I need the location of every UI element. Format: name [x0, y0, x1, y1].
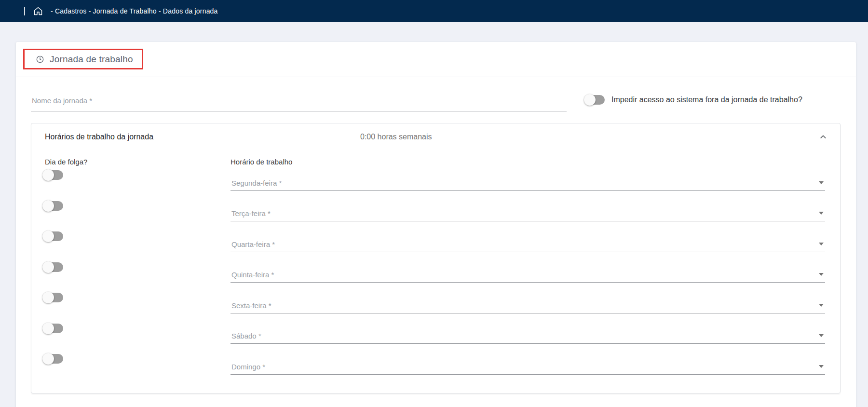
schedule-panel-header: Horários de trabalho da jornada 0:00 hor… — [31, 123, 840, 150]
journey-name-input[interactable] — [31, 96, 567, 111]
day-schedule-placeholder: Segunda-feira * — [231, 179, 282, 187]
day-row: Terça-feira * — [31, 198, 840, 229]
card-header: Jornada de trabalho — [16, 42, 856, 77]
toggle-knob — [42, 261, 54, 273]
day-off-cell — [31, 167, 231, 198]
day-schedule-select[interactable]: Segunda-feira * — [231, 167, 825, 191]
day-schedule-select[interactable]: Sexta-feira * — [231, 290, 825, 313]
toggle-knob — [42, 353, 54, 365]
day-off-toggle[interactable] — [43, 201, 63, 211]
dropdown-arrow-icon — [819, 365, 824, 368]
dropdown-arrow-icon — [819, 181, 824, 184]
toggle-knob — [42, 200, 54, 212]
work-hours-cell: Quarta-feira * — [231, 229, 825, 259]
block-access-label: Impedir acesso ao sistema fora da jornad… — [611, 95, 802, 104]
chevron-up-icon — [819, 133, 827, 141]
toggle-knob — [42, 231, 54, 242]
day-schedule-select[interactable]: Quarta-feira * — [231, 229, 825, 252]
work-hours-cell: Terça-feira * — [231, 198, 825, 229]
dropdown-arrow-icon — [819, 243, 824, 245]
toggle-knob — [42, 292, 54, 303]
day-rows: Segunda-feira * Terça-feira * — [31, 167, 840, 382]
day-off-column-label: Dia de folga? — [31, 158, 231, 167]
toggle-knob — [584, 94, 596, 106]
work-hours-cell: Sexta-feira * — [231, 290, 825, 321]
work-hours-cell: Sábado * — [231, 321, 825, 352]
block-access-toggle[interactable] — [584, 95, 605, 105]
breadcrumb: - Cadastros - Jornada de Trabalho - Dado… — [51, 7, 218, 15]
day-off-toggle[interactable] — [43, 170, 63, 180]
day-schedule-select[interactable]: Terça-feira * — [231, 198, 825, 222]
home-icon — [33, 6, 43, 16]
home-button[interactable] — [31, 4, 45, 18]
work-hours-cell: Quinta-feira * — [231, 259, 825, 290]
day-schedule-placeholder: Sábado * — [231, 332, 261, 340]
block-access-row: Impedir acesso ao sistema fora da jornad… — [584, 95, 802, 105]
day-off-toggle[interactable] — [43, 292, 63, 303]
schedule-panel: Horários de trabalho da jornada 0:00 hor… — [31, 123, 841, 393]
day-row: Sábado * — [31, 321, 840, 352]
weekly-hours-counter: 0:00 horas semanais — [360, 133, 432, 141]
day-schedule-placeholder: Quarta-feira * — [231, 240, 275, 248]
toggle-knob — [42, 323, 54, 334]
day-off-cell — [31, 198, 231, 229]
work-hours-cell: Domingo * — [231, 351, 825, 382]
toggle-knob — [42, 169, 54, 181]
day-off-cell — [31, 229, 231, 259]
page-title: Jornada de trabalho — [50, 54, 133, 65]
day-off-toggle[interactable] — [43, 262, 63, 272]
day-schedule-select[interactable]: Sábado * — [231, 321, 825, 344]
name-field-wrapper — [31, 96, 567, 111]
day-off-cell — [31, 290, 231, 321]
work-hours-column-label: Horário de trabalho — [231, 158, 292, 167]
day-off-toggle[interactable] — [43, 323, 63, 334]
day-schedule-placeholder: Domingo * — [231, 363, 265, 371]
day-schedule-placeholder: Sexta-feira * — [231, 301, 271, 310]
day-schedule-select[interactable]: Quinta-feira * — [231, 259, 825, 283]
day-row: Quarta-feira * — [31, 229, 840, 259]
day-off-toggle[interactable] — [43, 353, 63, 364]
jornada-card: Jornada de trabalho Impedir acesso ao si… — [16, 42, 856, 407]
work-hours-cell: Segunda-feira * — [231, 167, 825, 198]
day-off-cell — [31, 259, 231, 290]
dropdown-arrow-icon — [819, 273, 824, 276]
column-labels-row: Dia de folga? Horário de trabalho — [31, 158, 840, 167]
day-off-cell — [31, 351, 231, 382]
day-off-cell — [31, 321, 231, 352]
day-row: Sexta-feira * — [31, 290, 840, 321]
day-schedule-select[interactable]: Domingo * — [231, 351, 825, 375]
day-row: Segunda-feira * — [31, 167, 840, 198]
day-schedule-placeholder: Terça-feira * — [231, 209, 271, 217]
title-annotation-red-box: Jornada de trabalho — [23, 49, 143, 69]
day-row: Domingo * — [31, 351, 840, 382]
collapse-panel-button[interactable] — [817, 131, 829, 143]
dropdown-arrow-icon — [819, 334, 824, 337]
schedule-panel-title: Horários de trabalho da jornada — [45, 133, 153, 141]
top-navbar: - Cadastros - Jornada de Trabalho - Dado… — [0, 0, 868, 22]
day-off-toggle[interactable] — [43, 231, 63, 242]
clock-icon — [36, 55, 44, 63]
day-schedule-placeholder: Quinta-feira * — [231, 271, 274, 279]
navbar-divider — [24, 7, 25, 15]
dropdown-arrow-icon — [819, 304, 824, 307]
dropdown-arrow-icon — [819, 212, 824, 215]
day-row: Quinta-feira * — [31, 259, 840, 290]
